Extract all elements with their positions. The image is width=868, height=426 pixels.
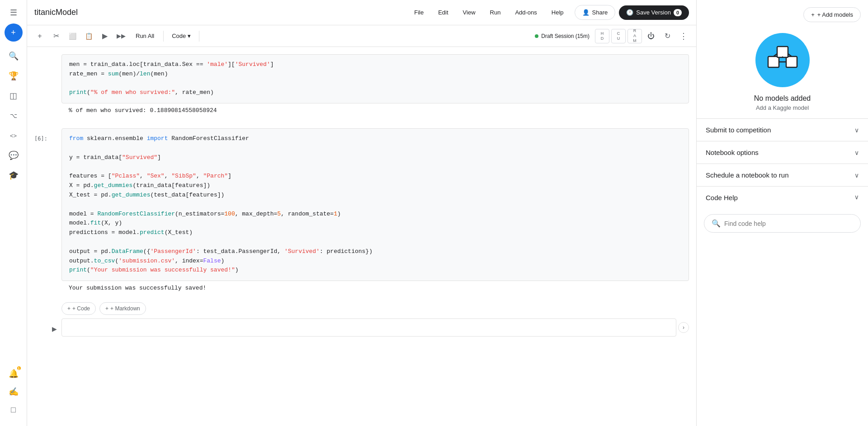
sidebar-notification-icon[interactable]: 🔔 1 [5,365,23,383]
submit-section: Submit to competition ∨ [697,118,868,141]
add-markdown-icon: + [105,305,108,312]
cell-2: [6]: from sklearn.ensemble import Random… [27,128,696,295]
add-cell-row: + + Code + + Markdown [27,299,696,318]
model-illustration [755,33,810,87]
add-markdown-cell-button[interactable]: + + Markdown [99,302,146,315]
cell-1-gutter [34,54,61,117]
schedule-title: Schedule a notebook to run [706,171,788,179]
run-all-button[interactable]: Run All [130,30,160,42]
sidebar-graph-icon[interactable]: ⌥ [5,107,23,125]
toolbar-divider-2 [199,31,199,42]
save-version-button[interactable]: 🕐 Save Version 0 [619,5,689,20]
submit-header[interactable]: Submit to competition ∨ [697,119,868,141]
add-cell-toolbar-button[interactable]: + [33,29,47,43]
hd-badge: HD [595,29,609,43]
sidebar-chat-icon[interactable]: 💬 [5,146,23,164]
share-button[interactable]: 👤 Share [575,5,616,20]
code-help-search-box[interactable]: 🔍 [704,214,861,233]
paste-button[interactable]: 📋 [81,29,96,43]
more-options-button[interactable]: ⋮ [676,29,691,43]
add-code-cell-button[interactable]: + + Code [61,302,96,315]
svg-rect-2 [777,47,788,57]
cut-button[interactable]: ✂ [49,29,63,43]
expand-right-button[interactable]: › [678,322,689,333]
save-label: Save Version [636,9,671,16]
schedule-header[interactable]: Schedule a notebook to run ∨ [697,164,868,186]
sidebar-trophy-icon[interactable]: 🏆 [5,67,23,85]
power-button[interactable]: ⏻ [644,29,658,43]
add-models-plus-icon: + [811,11,815,18]
toolbar-divider-1 [163,31,164,42]
share-person-icon: 👤 [582,9,590,16]
code-help-header[interactable]: Code Help ∧ [697,187,868,209]
code-help-chevron-icon: ∧ [854,194,859,201]
notebook-options-header[interactable]: Notebook options ∨ [697,141,868,164]
cell-1-content: men = train_data.loc[train_data.Sex == '… [61,54,689,117]
menu-addons[interactable]: Add-ons [511,7,540,18]
right-panel: + + Add models No models added Add a Kag… [696,0,868,426]
cell-1-output-text: % of men who survived: 0.188908145580589… [69,107,217,114]
sidebar-search-icon[interactable]: 🔍 [5,47,23,65]
menu-help[interactable]: Help [548,7,567,18]
run-all-label: Run All [136,33,154,39]
header-right: 👤 Share 🕐 Save Version 0 [575,5,689,20]
sidebar-code-icon[interactable]: <> [5,126,23,145]
code-help-body: 🔍 [697,209,868,240]
model-boxes-icon [764,42,801,78]
add-markdown-label: + Markdown [110,305,140,312]
cell-type-dropdown[interactable]: Code ▾ [167,30,195,42]
submit-chevron-icon: ∨ [854,126,859,134]
empty-cell-run-button[interactable]: ▶ [49,323,60,334]
session-status: Draft Session (15m) [535,33,590,39]
share-label: Share [592,9,608,16]
sidebar-copy-icon[interactable]: ✍ [5,383,23,401]
add-models-button[interactable]: + + Add models [803,7,861,22]
sidebar-learn-icon[interactable]: 🎓 [5,166,23,184]
menu-bar: File Edit View Run Add-ons Help [410,7,567,18]
submit-title: Submit to competition [706,126,771,134]
sidebar-hamburger-icon[interactable]: ☰ [5,4,23,22]
cell-2-gutter: [6]: [34,128,61,295]
svg-rect-0 [768,56,779,67]
notebook-options-section: Notebook options ∨ [697,141,868,164]
menu-view[interactable]: View [459,7,479,18]
empty-cell: ▶ › [27,318,696,337]
cell-2-output: Your submission was successfully saved! [61,281,689,295]
copy-button[interactable]: ⬜ [65,29,80,43]
empty-cell-gutter: ▶ [34,318,61,337]
ram-badge: RAM [627,29,642,43]
cu-badge: CU [611,29,626,43]
cell-1: men = train_data.loc[train_data.Sex == '… [27,54,696,117]
empty-cell-input[interactable] [61,318,676,337]
notebook-title: titanicModel [34,8,403,17]
run-below-button[interactable]: ▶▶ [114,29,128,43]
refresh-button[interactable]: ↻ [660,29,675,43]
menu-run[interactable]: Run [486,7,505,18]
schedule-chevron-icon: ∨ [854,172,859,179]
sidebar-table-icon[interactable]: ◫ [5,87,23,105]
notebook-options-title: Notebook options [706,149,759,156]
sidebar-terminal-icon[interactable]: □ [5,401,23,419]
notebook-options-chevron-icon: ∨ [854,149,859,156]
cell-1-code[interactable]: men = train_data.loc[train_data.Sex == '… [61,54,689,103]
menu-file[interactable]: File [410,7,427,18]
cell-1-output: % of men who survived: 0.188908145580589… [61,103,689,117]
menu-edit[interactable]: Edit [434,7,452,18]
save-count-badge: 0 [674,9,682,16]
sidebar-add-icon[interactable]: + [5,23,23,42]
cell-type-chevron-icon: ▾ [188,33,191,39]
main-container: titanicModel File Edit View Run Add-ons … [27,0,696,426]
cell-2-code[interactable]: from sklearn.ensemble import RandomFores… [61,128,689,281]
code-help-title: Code Help [706,194,738,201]
add-code-icon: + [67,305,71,312]
no-models-subtitle: Add a Kaggle model [756,104,809,111]
notebook-toolbar: + ✂ ⬜ 📋 ▶ ▶▶ Run All Code ▾ Draft Sessio… [27,25,696,47]
top-bar: titanicModel File Edit View Run Add-ons … [27,0,696,25]
left-sidebar: ☰ + 🔍 🏆 ◫ ⌥ <> 💬 🎓 🔔 1 ✍ □ [0,0,27,426]
code-help-search-input[interactable] [724,220,853,227]
code-help-section: Code Help ∧ 🔍 [697,186,868,240]
code-help-search-icon: 🔍 [712,219,721,228]
cell-2-output-text: Your submission was successfully saved! [69,285,206,291]
svg-rect-1 [786,56,797,67]
run-button[interactable]: ▶ [98,29,112,43]
